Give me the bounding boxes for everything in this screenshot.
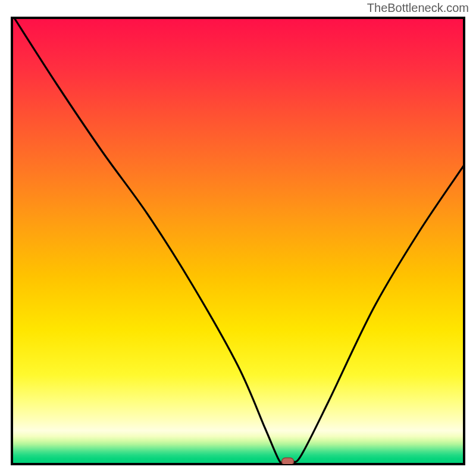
plot xyxy=(0,0,476,476)
watermark-text: TheBottleneck.com xyxy=(367,1,469,15)
optimum-marker xyxy=(282,458,294,465)
chart-container: TheBottleneck.com xyxy=(0,0,476,476)
gradient-background xyxy=(12,18,464,464)
